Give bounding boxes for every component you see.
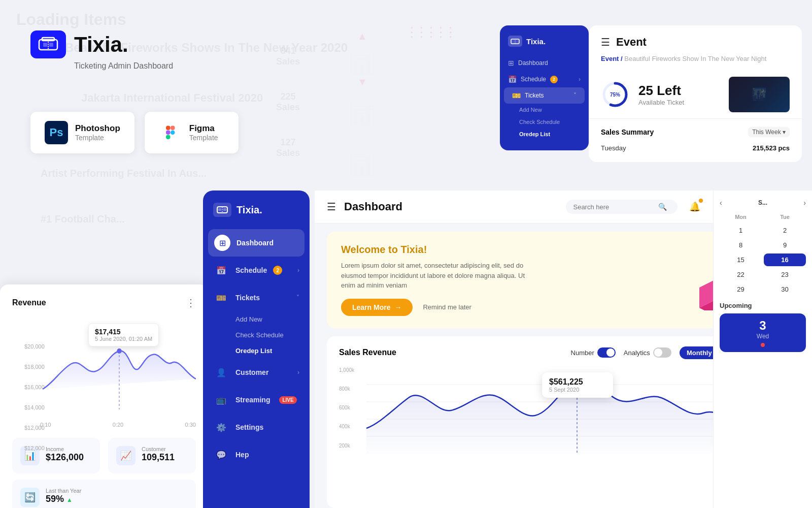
year-label: Last than Year	[46, 488, 81, 494]
stat-year: 🔄 Last than Year 59% ▲	[12, 480, 196, 508]
tickets-label: Tickets	[235, 294, 260, 302]
figma-name: Figma	[189, 123, 218, 134]
chart-tooltip-amount: $561,225	[549, 377, 606, 387]
learn-more-button[interactable]: Learn More →	[341, 299, 413, 316]
cal-date-8[interactable]: 8	[720, 239, 762, 251]
cal-date-2[interactable]: 2	[764, 224, 806, 237]
customer-value: 109,511	[142, 452, 175, 463]
sidebar-item-settings[interactable]: ⚙️ Settings	[203, 414, 310, 441]
upcoming-dot	[761, 343, 765, 347]
sidebar-order-list[interactable]: Oredер List	[203, 343, 310, 359]
tooltip-amount: $17,415	[95, 328, 152, 336]
cal-date-1[interactable]: 1	[720, 224, 762, 237]
income-value: $126,000	[46, 452, 84, 463]
mini-add-new[interactable]: Add New	[500, 104, 589, 116]
mini-check-schedule[interactable]: Check Schedule	[500, 116, 589, 128]
event-sales-summary: Sales Summary This Week ▾ Tuesday 215,52…	[589, 119, 802, 162]
hep-icon: 💬	[213, 447, 229, 463]
revenue-tooltip: $17,415 5 June 2020, 01:20 AM	[88, 323, 159, 346]
mini-sidebar-logo: Tixia.	[500, 36, 589, 55]
number-toggle[interactable]	[597, 347, 616, 358]
cal-date-15[interactable]: 15	[720, 253, 762, 266]
event-menu-icon[interactable]: ☰	[601, 36, 610, 48]
sales-revenue-title: Sales Revenue	[339, 348, 563, 357]
cal-date-16-today[interactable]: 16	[764, 253, 806, 266]
photoshop-badge[interactable]: Ps Photoshop Template	[30, 112, 134, 153]
mini-order-list[interactable]: Oredер List	[500, 128, 589, 140]
brand-subtitle: Ticketing Admin Dashboard	[74, 61, 173, 71]
template-badges: Ps Photoshop Template Figma Template	[30, 112, 239, 153]
event-ss-filter[interactable]: This Week ▾	[748, 127, 790, 137]
upcoming-event: 3 Wed	[720, 313, 806, 352]
cal-date-23[interactable]: 23	[764, 268, 806, 281]
mini-sidebar: Tixia. ⊞ Dashboard 📅 Schedule 2 › 🎫 Tick…	[500, 25, 589, 150]
sidebar-add-new[interactable]: Add New	[203, 311, 310, 327]
dashboard-label: Dashboard	[236, 239, 274, 247]
cal-date-30[interactable]: 30	[764, 283, 806, 296]
svg-rect-7	[166, 135, 171, 140]
search-bar[interactable]: 🔍	[566, 200, 678, 214]
cal-date-22[interactable]: 22	[720, 268, 762, 281]
mini-nav-schedule[interactable]: 📅 Schedule 2 ›	[500, 71, 589, 87]
calendar-month-label: S...	[758, 199, 767, 206]
sidebar-item-hep[interactable]: 💬 Hep	[203, 441, 310, 468]
sidebar-check-schedule[interactable]: Check Schedule	[203, 327, 310, 343]
hep-label: Hep	[235, 451, 249, 459]
cal-header-tue: Tue	[764, 213, 806, 221]
stat-customer: 📈 Customer 109,511	[108, 438, 196, 473]
number-toggle-group: Number	[571, 347, 616, 358]
cal-date-9[interactable]: 9	[764, 239, 806, 251]
mini-schedule-icon: 📅	[508, 75, 517, 83]
mini-tickets-icon: 🎫	[512, 91, 521, 100]
mini-tickets-label: Tickets	[525, 92, 544, 99]
mini-nav-dashboard[interactable]: ⊞ Dashboard	[500, 55, 589, 71]
customer-nav-label: Customer	[235, 368, 268, 376]
revenue-menu-button[interactable]: ⋮	[186, 297, 196, 309]
revenue-title: Revenue	[12, 298, 46, 307]
mini-nav-tickets[interactable]: 🎫 Tickets ˅	[504, 87, 585, 104]
tooltip-date: 5 June 2020, 01:20 AM	[95, 336, 152, 342]
search-icon: 🔍	[658, 203, 667, 211]
figma-badge[interactable]: Figma Template	[145, 112, 239, 153]
analytics-toggle-group: Analytics	[624, 347, 671, 358]
customer-label: Customer	[142, 446, 175, 452]
upcoming-label: Upcoming	[720, 302, 806, 309]
svg-rect-3	[43, 43, 47, 47]
revenue-yaxis: $20,000 $18,000 $16,000 $14,000 $12,000 …	[24, 343, 45, 451]
cal-date-29[interactable]: 29	[720, 283, 762, 296]
brand-logo-icon	[30, 30, 66, 58]
figma-type: Template	[189, 134, 218, 142]
breadcrumb-link[interactable]: Event /	[601, 55, 623, 62]
analytics-toggle[interactable]	[653, 347, 671, 358]
search-input[interactable]	[573, 203, 654, 211]
calendar-nav: ‹ S... ›	[720, 199, 806, 207]
remind-later-link[interactable]: Remind me later	[423, 303, 471, 311]
arrow-icon: →	[394, 303, 401, 311]
revenue-panel: Revenue ⋮ $20,000 $18,000 $16,000 $14,00…	[0, 284, 208, 508]
sidebar-item-schedule[interactable]: 📅 Schedule 2 ›	[203, 257, 310, 284]
dashboard-title: Dashboard	[344, 200, 558, 213]
number-label: Number	[571, 349, 594, 357]
upcoming-day: Wed	[726, 333, 800, 340]
sidebar-item-tickets[interactable]: 🎫 Tickets ˅	[203, 284, 310, 311]
upcoming-date: 3	[726, 319, 800, 333]
breadcrumb-text: Beautiful Fireworks Show In The New Year…	[624, 55, 766, 62]
live-badge: LIVE	[279, 396, 296, 404]
brand-name: Tixia.	[74, 33, 128, 57]
chart-tooltip-date: 5 Sept 2020	[549, 387, 606, 393]
cal-next-button[interactable]: ›	[803, 199, 806, 207]
ticket-progress-circle: 75%	[601, 80, 629, 109]
event-breadcrumb: Event / Beautiful Fireworks Show In The …	[589, 55, 802, 71]
ss-day: Tuesday	[601, 144, 626, 152]
sidebar-item-customer[interactable]: 👤 Customer ›	[203, 359, 310, 386]
cal-prev-button[interactable]: ‹	[720, 199, 722, 207]
notifications-button[interactable]: 🔔	[686, 198, 704, 216]
dashboard-icon: ⊞	[214, 235, 230, 251]
ps-type: Template	[75, 134, 120, 142]
sidebar-item-dashboard[interactable]: ⊞ Dashboard	[208, 229, 304, 257]
hamburger-icon[interactable]: ☰	[327, 201, 336, 213]
year-value: 59% ▲	[46, 494, 81, 504]
svg-rect-8	[171, 126, 175, 131]
revenue-xaxis: 0:100:200:30	[40, 422, 196, 428]
sidebar-item-streaming[interactable]: 📺 Streaming LIVE	[203, 386, 310, 414]
